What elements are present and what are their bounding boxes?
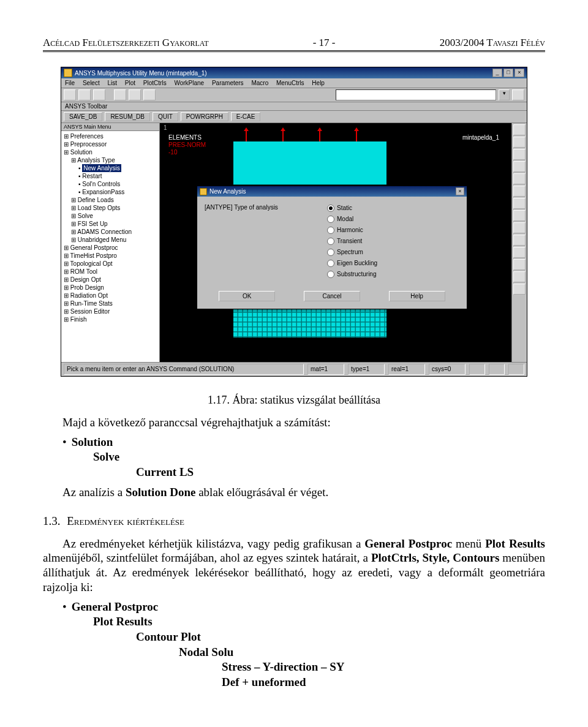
- tree-item[interactable]: ⊞ Session Editor: [64, 307, 157, 315]
- menu-menuctrls[interactable]: MenuCtrls: [276, 80, 304, 86]
- tree-item[interactable]: ⊞ Preprocessor: [64, 140, 157, 148]
- toolbar-open-icon[interactable]: [78, 89, 91, 100]
- menu-plotctrls[interactable]: PlotCtrls: [143, 80, 167, 86]
- help-button[interactable]: Help: [389, 291, 445, 301]
- side-tool-icon[interactable]: [513, 235, 526, 246]
- dialog-close-icon[interactable]: ×: [456, 187, 464, 195]
- toolbar-refresh-icon[interactable]: [512, 89, 524, 100]
- radio-option[interactable]: Static: [327, 203, 459, 214]
- toolbar-new-icon[interactable]: [64, 89, 76, 100]
- dialog-icon: [200, 188, 207, 195]
- radio-option[interactable]: Harmonic: [327, 225, 459, 236]
- side-tool-icon[interactable]: [513, 284, 526, 295]
- macro-powrgrph[interactable]: POWRGRPH: [181, 112, 228, 121]
- status-prompt[interactable]: Pick a menu item or enter an ANSYS Comma…: [64, 364, 304, 375]
- graphics-label-elements: ELEMENTS: [168, 134, 202, 141]
- side-tool-icon[interactable]: [513, 124, 526, 135]
- tree-item[interactable]: ⊞ General Postproc: [64, 244, 157, 252]
- tree-item[interactable]: ⊞ Prob Design: [64, 284, 157, 292]
- graphics-area[interactable]: 1 ELEMENTS PRES-NORM -10 mintapelda_1: [160, 123, 511, 362]
- tree-item[interactable]: ▪ New Analysis: [64, 164, 157, 172]
- tree-item[interactable]: ⊞ Design Opt: [64, 276, 157, 284]
- radio-option[interactable]: Spectrum: [327, 247, 459, 258]
- menu-select[interactable]: Select: [83, 80, 100, 86]
- toolbar-dropdown-icon[interactable]: ▾: [499, 89, 510, 100]
- macro-resum-db[interactable]: RESUM_DB: [105, 112, 150, 121]
- tree-item[interactable]: ⊞ Radiation Opt: [64, 292, 157, 299]
- tree-item[interactable]: ⊞ Load Step Opts: [64, 204, 157, 212]
- toolbar-zoom-icon[interactable]: [129, 89, 141, 100]
- side-tool-icon[interactable]: [513, 222, 526, 233]
- menu-macro[interactable]: Macro: [251, 80, 268, 86]
- window-title: ANSYS Multiphysics Utility Menu (mintape…: [75, 70, 492, 77]
- tree-item[interactable]: ▪ Restart: [64, 172, 157, 180]
- dialog-radio-group: StaticModalHarmonicTransientSpectrumEige…: [327, 203, 459, 280]
- side-tool-icon[interactable]: [513, 149, 526, 160]
- toolbar-graph-icon[interactable]: [143, 89, 156, 100]
- tree-item[interactable]: ⊞ Run-Time Stats: [64, 299, 157, 307]
- macro-ecae[interactable]: E-CAE: [231, 112, 261, 121]
- tree-item[interactable]: ⊞ Preferences: [64, 132, 157, 140]
- side-tool-icon[interactable]: [513, 271, 526, 282]
- dialog-title: New Analysis: [209, 188, 246, 195]
- radio-icon[interactable]: [327, 205, 334, 212]
- radio-icon[interactable]: [327, 249, 334, 256]
- menu-plot[interactable]: Plot: [125, 80, 135, 86]
- macro-quit[interactable]: QUIT: [153, 112, 178, 121]
- radio-icon[interactable]: [327, 238, 334, 245]
- side-tool-icon[interactable]: [513, 173, 526, 184]
- cancel-button[interactable]: Cancel: [304, 291, 360, 301]
- graphics-model-top: [233, 141, 386, 185]
- radio-icon[interactable]: [327, 271, 334, 278]
- toolbar-command-dropdown[interactable]: [336, 89, 496, 100]
- radio-option[interactable]: Transient: [327, 236, 459, 247]
- tree-item[interactable]: ⊞ Analysis Type: [64, 156, 157, 164]
- tree-item[interactable]: ⊞ Finish: [64, 315, 157, 323]
- ok-button[interactable]: OK: [219, 291, 275, 301]
- side-tool-icon[interactable]: [513, 198, 526, 209]
- menu-help[interactable]: Help: [312, 80, 325, 86]
- list-item: Solve: [93, 450, 119, 463]
- menu-workplane[interactable]: WorkPlane: [174, 80, 204, 86]
- radio-option[interactable]: Modal: [327, 214, 459, 225]
- radio-option[interactable]: Substructuring: [327, 269, 459, 280]
- side-tool-icon[interactable]: [513, 247, 526, 258]
- toolbar-save-icon[interactable]: [93, 89, 105, 100]
- tree-item[interactable]: ⊞ Solution: [64, 148, 157, 156]
- section-number: 1.3.: [43, 514, 61, 527]
- menu-parameters[interactable]: Parameters: [212, 80, 244, 86]
- tree-item[interactable]: ⊞ Solve: [64, 212, 157, 220]
- minimize-icon[interactable]: _: [492, 69, 502, 77]
- radio-option[interactable]: Eigen Buckling: [327, 258, 459, 269]
- maximize-icon[interactable]: □: [503, 69, 513, 77]
- radio-icon[interactable]: [327, 260, 334, 267]
- command-list-1: Solution Solve Current LS: [62, 435, 545, 480]
- tree-item[interactable]: ⊞ FSI Set Up: [64, 220, 157, 228]
- tree-item[interactable]: ⊞ TimeHist Postpro: [64, 252, 157, 260]
- close-icon[interactable]: ×: [514, 69, 524, 77]
- side-tool-icon[interactable]: [513, 161, 526, 172]
- menu-file[interactable]: File: [65, 80, 75, 86]
- side-tool-icon[interactable]: [513, 210, 526, 221]
- tree-item[interactable]: ⊞ Topological Opt: [64, 260, 157, 268]
- tree-item[interactable]: ⊞ ADAMS Connection: [64, 228, 157, 236]
- menu-list[interactable]: List: [107, 80, 117, 86]
- tree-item[interactable]: ▪ ExpansionPass: [64, 188, 157, 196]
- side-tool-icon[interactable]: [513, 186, 526, 197]
- figure-caption: 1.17. Ábra: statikus vizsgálat beállítás…: [43, 394, 545, 407]
- toolbar-pan-icon[interactable]: [114, 89, 126, 100]
- main-menu-tree[interactable]: ⊞ Preferences⊞ Preprocessor⊞ Solution⊞ A…: [61, 131, 159, 325]
- side-tool-icon[interactable]: [513, 137, 526, 148]
- macro-save-db[interactable]: SAVE_DB: [64, 112, 102, 121]
- tree-item[interactable]: ▪ Sol'n Controls: [64, 180, 157, 188]
- tree-item[interactable]: ⊞ Unabridged Menu: [64, 236, 157, 244]
- tree-item[interactable]: ⊞ ROM Tool: [64, 268, 157, 276]
- text: menü: [452, 537, 485, 550]
- macro-toolbar: SAVE_DB RESUM_DB QUIT POWRGRPH E-CAE: [61, 111, 527, 123]
- radio-icon[interactable]: [327, 227, 334, 234]
- tree-item[interactable]: ⊞ Define Loads: [64, 196, 157, 204]
- radio-icon[interactable]: [327, 216, 334, 223]
- side-tool-icon[interactable]: [513, 259, 526, 270]
- header-left: Acélcad Felületszerkezeti Gyakorlat: [43, 37, 208, 49]
- graphics-model-bottom: [233, 307, 386, 337]
